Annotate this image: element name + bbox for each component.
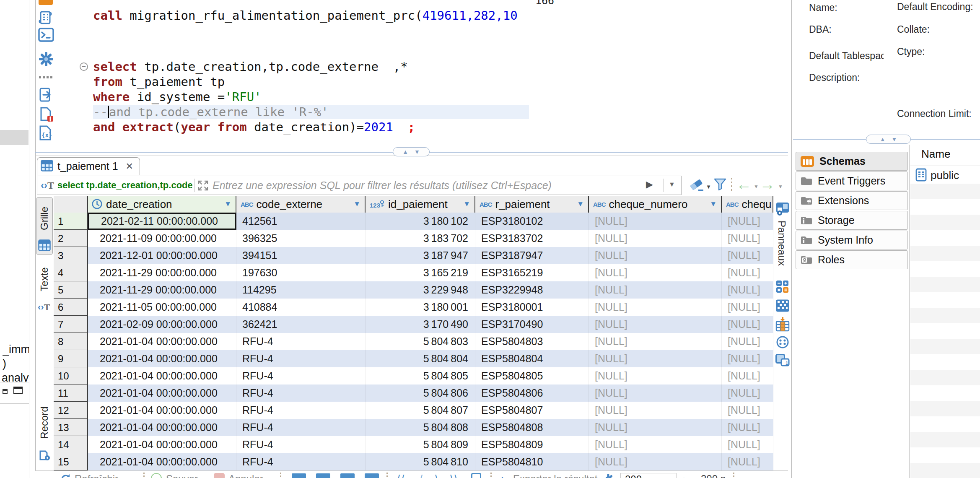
cell-cheque_numero[interactable]: [NULL] [589, 264, 722, 281]
cell-cheque_numero[interactable]: [NULL] [589, 453, 722, 470]
sql-editor[interactable]: call migration_rfu_alimentation_paiement… [57, 0, 788, 152]
sql-line[interactable]: and extract(year from date_creation)=202… [93, 120, 415, 134]
cell-r_paiement[interactable]: ESP5804807 [475, 402, 589, 419]
cell-cheque_numero[interactable]: [NULL] [589, 402, 722, 419]
nav-back-icon[interactable]: ← [736, 176, 752, 193]
value-viewer-panel-icon[interactable] [775, 299, 790, 314]
panel-mode-icon[interactable] [365, 473, 379, 478]
cell-chequ[interactable]: [NULL] [722, 281, 773, 299]
table-row[interactable]: 132021-01-04 00:00:00.000RFU-45 804 808E… [54, 419, 773, 436]
metadata-panel-icon[interactable] [775, 317, 790, 333]
cell-cheque_numero[interactable]: [NULL] [589, 419, 722, 436]
cell-code_externe[interactable]: 197630 [236, 264, 366, 281]
cell-id_paiement[interactable]: 5 804 803 [366, 333, 475, 350]
settings-gear-icon[interactable] [38, 51, 54, 69]
table-row[interactable]: 22021-11-09 00:00:00.0003963253 183 702E… [54, 230, 773, 247]
cell-date_creation[interactable]: 2021-11-29 00:00:00.000 [88, 264, 236, 281]
next-row-icon[interactable]: ⟩ [434, 473, 438, 478]
goto-row-icon[interactable] [471, 473, 481, 478]
grid-corner-cell[interactable] [54, 196, 88, 213]
execute-script-icon[interactable] [39, 0, 53, 5]
cell-cheque_numero[interactable]: [NULL] [589, 384, 722, 402]
cell-date_creation[interactable]: 2021-01-04 00:00:00.000 [88, 333, 236, 350]
row-number[interactable]: 14 [54, 436, 88, 453]
cell-chequ[interactable]: [NULL] [722, 264, 773, 281]
script-icon[interactable] [38, 10, 53, 27]
row-number[interactable]: 5 [54, 281, 88, 299]
row-number[interactable]: 7 [54, 316, 88, 333]
cell-cheque_numero[interactable]: [NULL] [589, 230, 722, 247]
first-row-icon[interactable]: ⟨⟨ [397, 473, 405, 478]
text-mode-icon[interactable] [316, 473, 330, 478]
section-item-system-info[interactable]: System Info [796, 231, 908, 249]
cell-r_paiement[interactable]: ESP3170490 [475, 316, 589, 333]
cell-id_paiement[interactable]: 5 804 806 [366, 384, 475, 402]
section-item-extensions[interactable]: Extensions [796, 191, 908, 210]
cell-r_paiement[interactable]: ESP3187947 [475, 247, 589, 264]
more-dots-icon[interactable] [39, 76, 53, 78]
sql-line[interactable]: from t_paiement tp [93, 75, 225, 89]
cell-cheque_numero[interactable]: [NULL] [589, 316, 722, 333]
cell-date_creation[interactable]: 2021-02-09 00:00:00.000 [88, 316, 236, 333]
add-row-icon[interactable] [151, 473, 162, 478]
file-expression-icon[interactable]: {x} [38, 125, 53, 143]
cell-cheque_numero[interactable]: [NULL] [589, 281, 722, 299]
file-error-icon[interactable] [38, 107, 54, 124]
cell-code_externe[interactable]: RFU-4 [236, 402, 366, 419]
row-number[interactable]: 10 [54, 367, 88, 384]
sort-dropdown-icon[interactable]: ▼ [224, 200, 231, 208]
table-row[interactable]: 142021-01-04 00:00:00.000RFU-45 804 809E… [54, 436, 773, 453]
cancel-icon[interactable] [214, 473, 225, 478]
last-row-icon[interactable]: ⟩⟩ [449, 473, 458, 478]
cell-chequ[interactable]: [NULL] [722, 247, 773, 264]
cell-chequ[interactable]: [NULL] [722, 316, 773, 333]
right-panel-divider[interactable] [909, 145, 910, 478]
cell-cheque_numero[interactable]: [NULL] [589, 299, 722, 316]
collapse-down-icon[interactable]: ▼ [414, 149, 420, 155]
references-panel-icon[interactable] [776, 335, 789, 351]
row-number[interactable]: 15 [54, 453, 88, 470]
table-row[interactable]: 12021-02-11 00:00:00.0004125613 180 102E… [54, 213, 773, 230]
fetch-size-input[interactable]: 200 [620, 473, 677, 478]
cell-code_externe[interactable]: RFU-4 [236, 333, 366, 350]
cell-id_paiement[interactable]: 3 180 001 [366, 299, 475, 316]
sql-console-icon[interactable] [38, 28, 54, 44]
texte-tab[interactable]: Texte ‹›T [36, 258, 53, 319]
record-tab[interactable]: Record [36, 399, 53, 463]
sql-line[interactable]: select tp.date_creation,tp.code_externe … [93, 60, 408, 74]
cell-r_paiement[interactable]: ESP5804806 [475, 384, 589, 402]
cell-date_creation[interactable]: 2021-11-05 00:00:00.000 [88, 299, 236, 316]
cell-r_paiement[interactable]: ESP5804803 [475, 333, 589, 350]
cell-chequ[interactable]: [NULL] [722, 350, 773, 367]
cell-r_paiement[interactable]: ESP5804804 [475, 350, 589, 367]
objects-name-header[interactable]: Name [921, 148, 950, 161]
expand-filter-icon[interactable] [197, 180, 209, 193]
calculator-panel-icon[interactable] [776, 281, 789, 295]
row-number[interactable]: 6 [54, 299, 88, 316]
cell-id_paiement[interactable]: 5 804 809 [366, 436, 475, 453]
cell-chequ[interactable]: [NULL] [722, 333, 773, 350]
column-header-code_externe[interactable]: ABCcode_externe▼ [236, 196, 366, 213]
row-number[interactable]: 3 [54, 247, 88, 264]
row-number[interactable]: 8 [54, 333, 88, 350]
cell-code_externe[interactable]: RFU-4 [236, 367, 366, 384]
cell-chequ[interactable]: [NULL] [722, 367, 773, 384]
cell-code_externe[interactable]: RFU-4 [236, 436, 366, 453]
cell-chequ[interactable]: [NULL] [722, 299, 773, 316]
table-row[interactable]: 32021-12-01 00:00:00.0003941513 187 947E… [54, 247, 773, 264]
cell-cheque_numero[interactable]: [NULL] [589, 350, 722, 367]
cell-date_creation[interactable]: 2021-11-09 00:00:00.000 [88, 230, 236, 247]
row-number[interactable]: 2 [54, 230, 88, 247]
sort-dropdown-icon[interactable]: ▼ [710, 200, 717, 208]
export-icon[interactable] [38, 87, 53, 104]
export-result-label[interactable]: Exporter le résultat [513, 473, 597, 478]
cell-id_paiement[interactable]: 3 183 702 [366, 230, 475, 247]
cell-cheque_numero[interactable]: [NULL] [589, 247, 722, 264]
section-item-event-triggers[interactable]: Event Triggers [796, 171, 908, 190]
bg-window-icon[interactable] [3, 389, 8, 394]
cell-r_paiement[interactable]: ESP5804810 [475, 453, 589, 470]
refresh-icon[interactable] [60, 473, 72, 478]
row-number[interactable]: 9 [54, 350, 88, 367]
layout-panel-icon[interactable]: 1 [775, 354, 790, 368]
fetch-settings-gear-icon[interactable] [602, 473, 614, 478]
